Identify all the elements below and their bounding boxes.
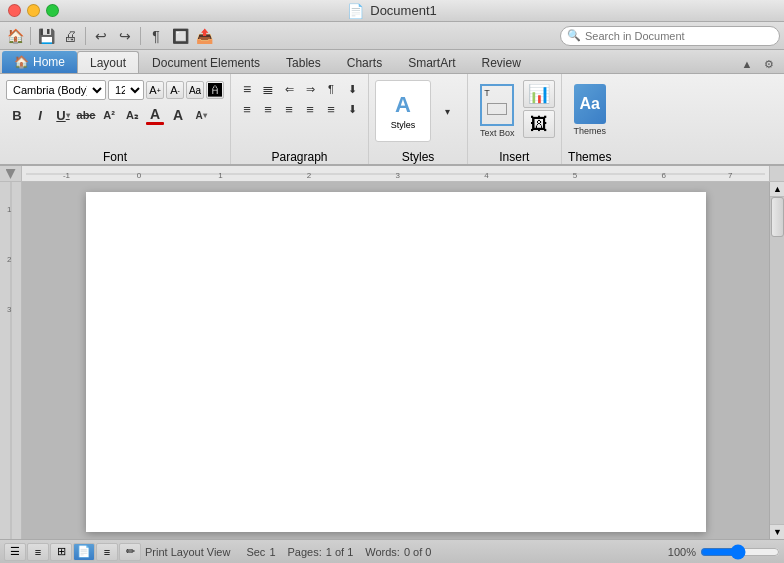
- styles-dropdown-button[interactable]: ▾: [433, 104, 461, 119]
- ribbon-collapse-button[interactable]: ▲: [738, 55, 756, 73]
- align-center-button[interactable]: ≡: [258, 100, 278, 118]
- share-button[interactable]: 📤: [193, 25, 215, 47]
- tab-home[interactable]: 🏠 Home: [2, 51, 77, 73]
- window-title: 📄 Document1: [347, 3, 436, 19]
- strikethrough-button[interactable]: abc: [75, 104, 97, 126]
- status-bar: ☰ ≡ ⊞ 📄 ≡ ✏ Print Layout View Sec 1 Page…: [0, 539, 784, 563]
- paragraph-marks-button[interactable]: ¶: [145, 25, 167, 47]
- ruler-indent-marker[interactable]: [6, 169, 16, 179]
- tab-charts-label: Charts: [347, 56, 382, 70]
- increase-indent-button[interactable]: ⇒: [300, 80, 320, 98]
- qat-separator-3: [140, 27, 141, 45]
- paragraph-group: ≡ ≣ ⇐ ⇒ ¶ ⬇ ≡ ≡ ≡ ≡ ≡ ⬇ Paragraph: [231, 74, 369, 164]
- words-value: 0 of 0: [404, 546, 432, 558]
- paragraph-mark-button[interactable]: ¶: [321, 80, 341, 98]
- scroll-thumb[interactable]: [771, 197, 784, 237]
- font-group: Cambria (Body) 12 A+ A- Aa 🅰 B I U ▾ abc…: [0, 74, 231, 164]
- table-button[interactable]: 📊: [523, 80, 555, 108]
- svg-text:3: 3: [396, 171, 401, 180]
- pages-value: 1 of 1: [326, 546, 354, 558]
- align-right-button[interactable]: ≡: [279, 100, 299, 118]
- styles-group: A Styles ▾ Styles: [369, 74, 468, 164]
- insert-small-buttons: 📊 🖼: [523, 80, 555, 138]
- ruler-left-margin: [0, 166, 22, 181]
- highlight-button[interactable]: A: [167, 104, 189, 126]
- qat-separator-1: [30, 27, 31, 45]
- numbered-list-button[interactable]: ≣: [258, 80, 278, 98]
- tab-layout[interactable]: Layout: [77, 51, 139, 73]
- close-button[interactable]: [8, 4, 21, 17]
- document-page[interactable]: [86, 192, 706, 532]
- search-input[interactable]: [585, 30, 755, 42]
- view-draft-button[interactable]: ≡: [96, 543, 118, 561]
- themes-icon: Aa: [574, 84, 606, 124]
- ribbon-options-button[interactable]: ⚙: [760, 55, 778, 73]
- section-number: 1: [269, 546, 275, 558]
- bullet-list-button[interactable]: ≡: [237, 80, 257, 98]
- view-thumbnail-button[interactable]: ⊞: [50, 543, 72, 561]
- view-outline-button[interactable]: ☰: [4, 543, 26, 561]
- zoom-value: 100%: [668, 546, 696, 558]
- font-size-decrease-button[interactable]: A-: [166, 81, 184, 99]
- document-canvas[interactable]: [22, 182, 769, 539]
- highlight-container: A: [167, 104, 189, 126]
- font-color-dropdown[interactable]: A ▾: [190, 104, 212, 126]
- maximize-button[interactable]: [46, 4, 59, 17]
- pages-label: Pages:: [288, 546, 322, 558]
- insert-group-label-row: Insert: [474, 150, 555, 164]
- subscript-button[interactable]: A₂: [121, 104, 143, 126]
- superscript-button[interactable]: A²: [98, 104, 120, 126]
- styles-group-label: Styles: [402, 150, 435, 164]
- styles-large-button[interactable]: A Styles: [375, 80, 431, 142]
- insert-group-content: T Text Box 📊 🖼: [474, 76, 555, 150]
- tab-document-elements[interactable]: Document Elements: [139, 51, 273, 73]
- svg-text:-1: -1: [63, 171, 71, 180]
- paragraph-group-label-row: Paragraph: [237, 150, 362, 164]
- minimize-button[interactable]: [27, 4, 40, 17]
- tab-tables[interactable]: Tables: [273, 51, 334, 73]
- underline-button[interactable]: U ▾: [52, 104, 74, 126]
- home-qat-button[interactable]: 🏠: [4, 25, 26, 47]
- font-size-increase-button[interactable]: A+: [146, 81, 164, 99]
- svg-text:7: 7: [728, 171, 733, 180]
- scroll-up-button[interactable]: ▲: [770, 182, 784, 197]
- paragraph-group-label: Paragraph: [271, 150, 327, 164]
- scroll-track[interactable]: [770, 197, 784, 524]
- themes-group: Aa Themes Themes: [562, 74, 619, 164]
- tab-review[interactable]: Review: [468, 51, 533, 73]
- ribbon-right-controls: ▲ ⚙: [738, 55, 782, 73]
- paragraph-spacing-dropdown[interactable]: ⬇: [342, 100, 362, 118]
- view-notebook-button[interactable]: ✏: [119, 543, 141, 561]
- font-case-button[interactable]: Aa: [186, 81, 204, 99]
- align-left-button[interactable]: ≡: [237, 100, 257, 118]
- themes-group-content: Aa Themes: [568, 76, 613, 150]
- clear-format-button[interactable]: 🅰: [206, 81, 224, 99]
- zoom-slider[interactable]: [700, 548, 780, 556]
- svg-text:2: 2: [7, 255, 12, 264]
- image-button[interactable]: 🖼: [523, 110, 555, 138]
- font-group-label: Font: [103, 150, 127, 164]
- tab-smartart[interactable]: SmartArt: [395, 51, 468, 73]
- tab-charts[interactable]: Charts: [334, 51, 395, 73]
- redo-qat-button[interactable]: ↪: [114, 25, 136, 47]
- line-spacing-button[interactable]: ≡: [321, 100, 341, 118]
- bold-button[interactable]: B: [6, 104, 28, 126]
- paragraph-dropdown[interactable]: ⬇: [342, 80, 362, 98]
- search-box: 🔍: [560, 26, 780, 46]
- italic-button[interactable]: I: [29, 104, 51, 126]
- font-size-select[interactable]: 12: [108, 80, 144, 100]
- font-name-select[interactable]: Cambria (Body): [6, 80, 106, 100]
- text-box-button[interactable]: T Text Box: [474, 80, 521, 142]
- format-button[interactable]: 🔲: [169, 25, 191, 47]
- print-qat-button[interactable]: 🖨: [59, 25, 81, 47]
- save-qat-button[interactable]: 💾: [35, 25, 57, 47]
- view-print-layout-button[interactable]: 📄: [73, 543, 95, 561]
- themes-button[interactable]: Aa Themes: [568, 80, 613, 140]
- undo-qat-button[interactable]: ↩: [90, 25, 112, 47]
- justify-button[interactable]: ≡: [300, 100, 320, 118]
- decrease-indent-button[interactable]: ⇐: [279, 80, 299, 98]
- font-color-button[interactable]: A: [144, 104, 166, 126]
- scroll-down-button[interactable]: ▼: [770, 524, 784, 539]
- ruler-track[interactable]: -1 0 1 2 3 4 5 6 7: [22, 166, 769, 181]
- view-list-button[interactable]: ≡: [27, 543, 49, 561]
